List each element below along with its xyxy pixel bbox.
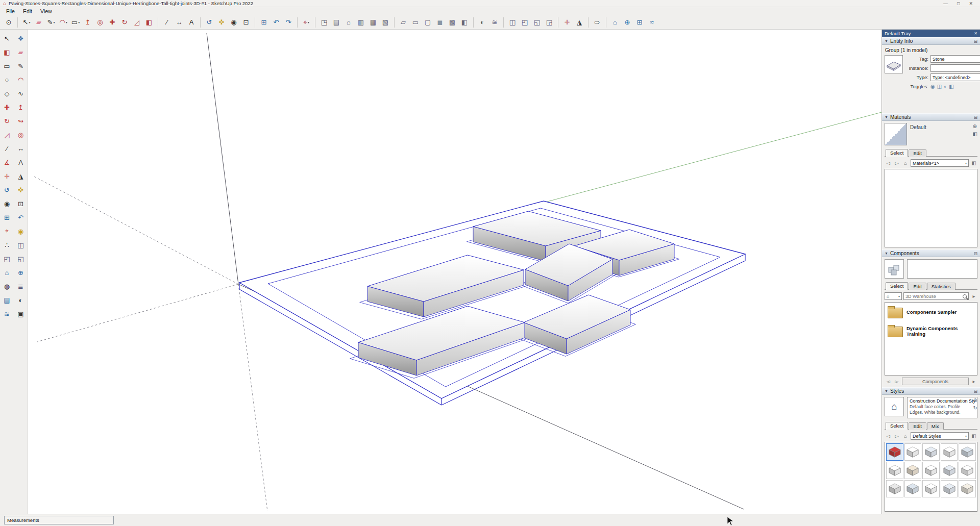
section-plane-tool-icon[interactable]: ◫ — [507, 17, 518, 28]
hidden-toggle-icon[interactable]: ◉ — [930, 84, 935, 89]
style-thumbnail[interactable] — [922, 443, 940, 461]
3d-text-tool-icon[interactable]: ◮ — [574, 17, 585, 28]
entity-info-header[interactable]: ▼ Entity Info ⊟ — [882, 37, 980, 45]
in-model-dropdown[interactable]: ⌂ ▾ — [885, 292, 902, 300]
text-left-icon[interactable]: A — [15, 157, 27, 168]
minimize-button[interactable]: — — [943, 1, 948, 6]
tab-select[interactable]: Select — [886, 149, 908, 157]
style-thumbnail[interactable] — [886, 462, 903, 479]
style-thumbnail[interactable] — [904, 480, 922, 497]
sample-paint-icon[interactable]: ◧ — [970, 160, 977, 167]
3d-text-left-icon[interactable]: ◮ — [15, 170, 27, 182]
push-pull-left-icon[interactable]: ↥ — [15, 102, 27, 113]
rectangle-left-icon[interactable]: ▭ — [2, 60, 13, 71]
more-icon[interactable]: ▸ — [970, 378, 977, 385]
dimension-tool-icon[interactable]: ↔ — [174, 17, 185, 28]
menu-file[interactable]: File — [2, 8, 19, 15]
orbit-tool-icon[interactable]: ↺ — [204, 17, 215, 28]
tape-measure-left-icon[interactable]: ∕ — [2, 143, 13, 154]
send-to-layout-icon[interactable]: ⇨ — [592, 17, 603, 28]
zoom-window-left-icon[interactable]: ⊡ — [15, 198, 27, 209]
shadows-toggle-icon[interactable]: ◐ — [477, 17, 488, 28]
move-tool-icon[interactable]: ✚ — [107, 17, 118, 28]
components-footer-dropdown[interactable]: Components — [902, 378, 969, 385]
make-component-tool-icon[interactable]: ❖ — [15, 33, 27, 44]
eraser-tool-icon[interactable]: ▰ — [33, 17, 44, 28]
look-around-tool-icon[interactable]: ◉ — [15, 226, 27, 237]
iso-view-icon[interactable]: ◳ — [318, 17, 330, 28]
components-list[interactable]: Components SamplerDynamic Components Tra… — [885, 302, 977, 375]
section-rollup-icon[interactable]: ⊟ — [973, 389, 977, 394]
tab-edit[interactable]: Edit — [909, 283, 926, 290]
component-search-box[interactable] — [903, 292, 969, 300]
3d-warehouse-left-icon[interactable]: ⌂ — [2, 267, 13, 278]
components-header[interactable]: ▼ Components ⊟ — [882, 249, 980, 257]
menu-edit[interactable]: Edit — [19, 8, 36, 15]
previous-view-icon[interactable]: ↶ — [271, 17, 282, 28]
collapse-icon[interactable]: ▼ — [885, 252, 888, 255]
zoom-window-tool-icon[interactable]: ⊡ — [240, 17, 252, 28]
style-thumbnail[interactable] — [922, 480, 940, 497]
materials-header[interactable]: ▼ Materials ⊟ — [882, 113, 980, 121]
forward-arrow-icon[interactable]: ▻ — [893, 160, 900, 167]
flyout-caret-icon[interactable]: ▾ — [308, 20, 309, 24]
paint-bucket-left-icon[interactable]: ◧ — [2, 46, 13, 58]
xray-style-icon[interactable]: ▱ — [398, 17, 409, 28]
rectangle-tool-icon[interactable]: ▭▾ — [70, 17, 81, 28]
paint-bucket-tool-icon[interactable]: ◧ — [143, 17, 155, 28]
section-rollup-icon[interactable]: ⊟ — [973, 115, 977, 120]
line-left-icon[interactable]: ✎ — [15, 60, 27, 71]
style-thumbnail[interactable] — [886, 480, 903, 497]
update-style-icon[interactable]: ↻ — [973, 405, 977, 411]
style-thumbnail[interactable] — [959, 443, 976, 461]
tray-close-icon[interactable]: ✕ — [974, 31, 977, 36]
classifier-tool-icon[interactable]: ≣ — [15, 281, 27, 292]
collapse-icon[interactable]: ▼ — [885, 115, 888, 119]
component-search-input[interactable] — [905, 294, 961, 299]
arc-tool-icon[interactable]: ◠▾ — [58, 17, 69, 28]
pan-left-icon[interactable]: ✜ — [15, 184, 27, 195]
style-thumbnail[interactable] — [904, 462, 922, 479]
offset-left-icon[interactable]: ◎ — [15, 129, 27, 140]
zoom-tool-icon[interactable]: ⊙ — [3, 17, 14, 28]
zoom-extents-left-icon[interactable]: ⊞ — [2, 212, 13, 223]
collapse-icon[interactable]: ▼ — [885, 39, 888, 43]
push-pull-tool-icon[interactable]: ↥ — [82, 17, 93, 28]
component-name-box[interactable] — [907, 259, 977, 279]
3d-warehouse-icon[interactable]: ⌂ — [609, 17, 621, 28]
zoom-extents-tool-icon[interactable]: ⊞ — [258, 17, 270, 28]
extension-manager-icon[interactable]: ⊞ — [634, 17, 645, 28]
tab-statistics[interactable]: Statistics — [927, 283, 955, 290]
arc-left-icon[interactable]: ◠ — [15, 74, 27, 85]
section-cut-left-icon[interactable]: ◱ — [15, 253, 27, 264]
menu-view[interactable]: View — [36, 8, 56, 15]
materials-list[interactable] — [885, 169, 977, 247]
flyout-caret-icon[interactable]: ▾ — [78, 20, 80, 24]
scale-left-icon[interactable]: ◿ — [2, 129, 13, 140]
style-thumbnail[interactable] — [886, 443, 903, 461]
maximize-button[interactable]: □ — [957, 1, 960, 6]
textured-style-icon[interactable]: ▩ — [447, 17, 458, 28]
tab-mix[interactable]: Mix — [927, 422, 944, 430]
back-arrow-icon[interactable]: ◅ — [885, 378, 892, 385]
style-options-icon[interactable]: ◧ — [970, 433, 977, 440]
offset-tool-icon[interactable]: ◎ — [94, 17, 106, 28]
line-tool-icon[interactable]: ✎▾ — [45, 17, 57, 28]
follow-me-tool-icon[interactable]: ↬ — [15, 115, 27, 127]
trimble-connect-icon[interactable]: ≈ — [646, 17, 657, 28]
orbit-left-icon[interactable]: ↺ — [2, 184, 13, 195]
zoom-in-out-tool-icon[interactable]: ◉ — [228, 17, 239, 28]
monochrome-style-icon[interactable]: ◧ — [459, 17, 470, 28]
text-tool-icon[interactable]: A — [186, 17, 197, 28]
zoom-left-icon[interactable]: ◉ — [2, 198, 13, 209]
cast-shadows-toggle-icon[interactable]: ◐ — [944, 84, 947, 89]
style-thumbnail[interactable] — [941, 480, 958, 497]
tags-tool-icon[interactable]: ▤ — [2, 294, 13, 306]
fog-toggle-icon[interactable]: ≋ — [489, 17, 500, 28]
freehand-tool-icon[interactable]: ∿ — [15, 88, 27, 99]
display-section-fill-icon[interactable]: ◲ — [544, 17, 555, 28]
circle-tool-icon[interactable]: ○ — [2, 74, 13, 85]
select-tool-left-icon[interactable]: ↖ — [2, 33, 13, 44]
section-rollup-icon[interactable]: ⊟ — [973, 251, 977, 256]
position-camera-left-icon[interactable]: ⌖ — [2, 226, 13, 237]
